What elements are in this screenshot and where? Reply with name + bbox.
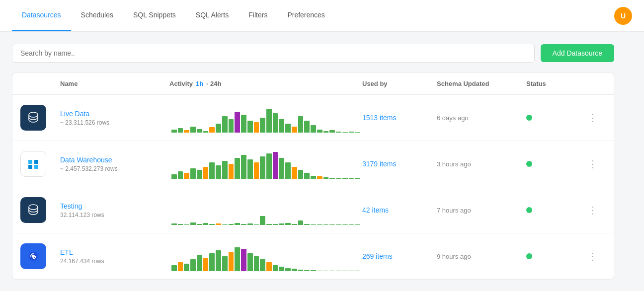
table-row: Data Warehouse ~ 2.457.532.273 rows [12, 141, 614, 187]
ds-more-live-data[interactable]: ⋮ [586, 110, 606, 126]
ds-used-by-data-warehouse[interactable]: 3179 items [362, 160, 437, 168]
ds-rows: ~ 2.457.532.273 rows [60, 165, 169, 172]
ds-more-testing[interactable]: ⋮ [586, 202, 606, 218]
ds-info-data-warehouse: Data Warehouse ~ 2.457.532.273 rows [60, 156, 169, 172]
ds-used-by-live-data[interactable]: 1513 items [362, 114, 437, 122]
col-schema-updated: Schema Updated [437, 80, 526, 87]
svg-point-7 [32, 255, 35, 258]
more-button[interactable]: ⋮ [586, 202, 600, 218]
ds-icon-data-warehouse [20, 151, 60, 177]
tab-filters[interactable]: Filters [239, 0, 277, 31]
tab-sql-alerts[interactable]: SQL Alerts [186, 0, 239, 31]
svg-rect-1 [28, 160, 32, 164]
ds-status-etl [526, 253, 586, 259]
toolbar: Add Datasource [12, 44, 614, 63]
svg-point-5 [29, 205, 38, 210]
ds-used-by-testing[interactable]: 42 items [362, 206, 437, 214]
ds-icon-live-data [20, 105, 60, 131]
ds-schema-live-data: 6 days ago [437, 114, 526, 122]
ds-used-by-etl[interactable]: 269 items [362, 252, 437, 260]
ds-icon-etl [20, 243, 60, 269]
tab-datasources[interactable]: Datasources [12, 0, 71, 31]
ds-more-etl[interactable]: ⋮ [586, 248, 606, 264]
ds-name[interactable]: Testing [60, 202, 169, 210]
col-name: Name [60, 80, 169, 87]
tab-preferences[interactable]: Preferences [277, 0, 334, 31]
more-button[interactable]: ⋮ [586, 110, 600, 126]
ds-rows: ~ 23.311.526 rows [60, 119, 169, 126]
status-dot [526, 115, 532, 121]
main-content: Add Datasource Name Activity 1h - 24h Us… [0, 32, 626, 291]
ds-status-testing [526, 207, 586, 213]
user-avatar[interactable]: U [614, 7, 632, 25]
ds-name[interactable]: Live Data [60, 110, 169, 118]
ds-info-live-data: Live Data ~ 23.311.526 rows [60, 110, 169, 126]
svg-rect-2 [34, 160, 38, 164]
more-button[interactable]: ⋮ [586, 156, 600, 172]
table-row: Testing 32.114.123 rows [12, 187, 614, 233]
col-activity: Activity 1h - 24h [169, 80, 362, 87]
activity-separator: - 24h [206, 80, 221, 87]
ds-activity-etl [169, 241, 362, 271]
svg-rect-4 [34, 165, 38, 169]
ds-info-testing: Testing 32.114.123 rows [60, 202, 169, 218]
col-status: Status [526, 80, 586, 87]
ds-schema-testing: 7 hours ago [437, 207, 526, 214]
col-activity-label: Activity [169, 80, 193, 87]
ds-activity-testing [169, 195, 362, 225]
ds-status-live-data [526, 115, 586, 121]
status-dot [526, 253, 532, 259]
ds-name[interactable]: Data Warehouse [60, 156, 169, 164]
status-dot [526, 207, 532, 213]
status-dot [526, 161, 532, 167]
ds-schema-data-warehouse: 3 hours ago [437, 160, 526, 168]
ds-schema-etl: 9 hours ago [437, 253, 526, 260]
col-used-by: Used by [362, 80, 437, 87]
svg-rect-3 [28, 165, 32, 169]
ds-activity-live-data [169, 103, 362, 133]
add-datasource-button[interactable]: Add Datasource [541, 44, 614, 62]
table-row: ETL 24.167.434 rows [12, 233, 614, 279]
ds-name[interactable]: ETL [60, 248, 169, 256]
top-nav: Datasources Schedules SQL Snippets SQL A… [0, 0, 644, 32]
search-input[interactable] [12, 44, 535, 63]
svg-point-0 [29, 112, 38, 117]
tab-schedules[interactable]: Schedules [71, 0, 123, 31]
ds-status-data-warehouse [526, 161, 586, 167]
ds-info-etl: ETL 24.167.434 rows [60, 248, 169, 265]
table-header: Name Activity 1h - 24h Used by Schema Up… [12, 73, 614, 95]
nav-tabs: Datasources Schedules SQL Snippets SQL A… [12, 0, 335, 31]
ds-rows: 24.167.434 rows [60, 258, 169, 265]
ds-more-data-warehouse[interactable]: ⋮ [586, 156, 606, 172]
table-row: Live Data ~ 23.311.526 rows [12, 95, 614, 141]
ds-rows: 32.114.123 rows [60, 212, 169, 218]
ds-activity-data-warehouse [169, 149, 362, 179]
ds-icon-testing [20, 197, 60, 223]
tab-sql-snippets[interactable]: SQL Snippets [123, 0, 186, 31]
activity-toggle[interactable]: 1h [196, 80, 203, 87]
datasources-table: Name Activity 1h - 24h Used by Schema Up… [12, 73, 614, 280]
more-button[interactable]: ⋮ [586, 248, 600, 264]
